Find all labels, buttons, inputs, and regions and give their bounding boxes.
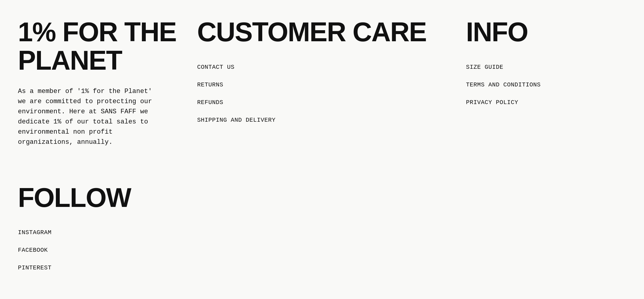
footer: 1% FOR THE PLANET As a member of '1% for… bbox=[0, 0, 644, 295]
planet-heading: 1% FOR THE PLANET bbox=[18, 18, 179, 74]
link-size-guide[interactable]: SIZE GUIDE bbox=[466, 58, 626, 76]
planet-heading-line1: 1% FOR THE bbox=[18, 17, 176, 47]
customer-care-heading: CUSTOMER CARE bbox=[197, 18, 448, 46]
follow-links: INSTAGRAM FACEBOOK PINTEREST bbox=[18, 224, 179, 277]
link-returns[interactable]: RETURNS bbox=[197, 76, 448, 94]
customer-care-column: CUSTOMER CARE CONTACT US RETURNS REFUNDS… bbox=[197, 18, 466, 277]
follow-link-pinterest[interactable]: PINTEREST bbox=[18, 259, 179, 277]
link-terms-and-conditions[interactable]: TERMS AND CONDITIONS bbox=[466, 76, 626, 94]
link-shipping-and-delivery[interactable]: SHIPPING AND DELIVERY bbox=[197, 111, 448, 129]
link-refunds[interactable]: REFUNDS bbox=[197, 94, 448, 111]
planet-body-text: As a member of '1% for the Planet' we ar… bbox=[18, 86, 161, 148]
planet-heading-line2: PLANET bbox=[18, 45, 122, 75]
info-links: SIZE GUIDE TERMS AND CONDITIONS PRIVACY … bbox=[466, 58, 626, 111]
info-column: INFO SIZE GUIDE TERMS AND CONDITIONS PRI… bbox=[466, 18, 626, 277]
planet-heading-text: 1% FOR THE PLANET bbox=[18, 18, 179, 74]
follow-heading: FOLLOW bbox=[18, 184, 179, 212]
follow-section: FOLLOW INSTAGRAM FACEBOOK PINTEREST bbox=[18, 184, 179, 277]
link-contact-us[interactable]: CONTACT US bbox=[197, 58, 448, 76]
link-privacy-policy[interactable]: PRIVACY POLICY bbox=[466, 94, 626, 111]
follow-link-instagram[interactable]: INSTAGRAM bbox=[18, 224, 179, 241]
customer-care-links: CONTACT US RETURNS REFUNDS SHIPPING AND … bbox=[197, 58, 448, 129]
info-heading: INFO bbox=[466, 18, 626, 46]
follow-link-facebook[interactable]: FACEBOOK bbox=[18, 241, 179, 259]
planet-column: 1% FOR THE PLANET As a member of '1% for… bbox=[18, 18, 197, 277]
